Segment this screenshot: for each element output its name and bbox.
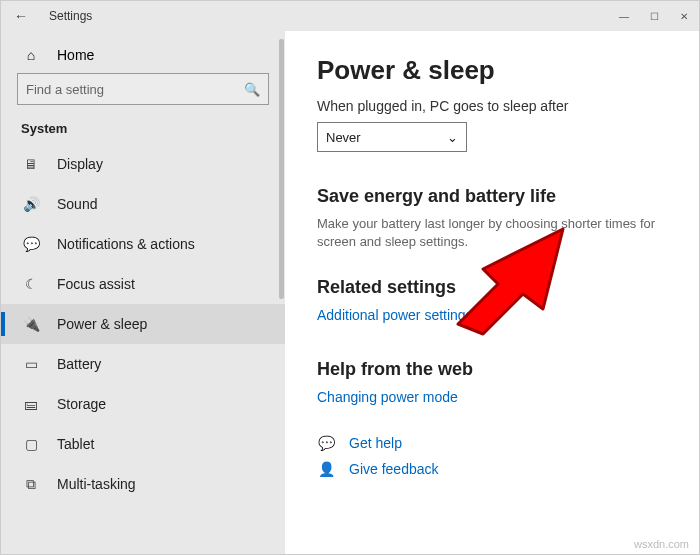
sidebar-item-icon: 💬 <box>21 236 41 252</box>
get-help-link[interactable]: 💬 Get help <box>317 435 671 451</box>
sidebar-item-icon: ☾ <box>21 276 41 292</box>
sleep-timeout-value: Never <box>326 130 361 145</box>
sidebar-item-battery[interactable]: ▭Battery <box>1 344 285 384</box>
sidebar-item-sound[interactable]: 🔊Sound <box>1 184 285 224</box>
give-feedback-label: Give feedback <box>335 461 439 477</box>
sidebar-item-icon: 🔊 <box>21 196 41 212</box>
sidebar-item-icon: ▢ <box>21 436 41 452</box>
sidebar-item-icon: ▭ <box>21 356 41 372</box>
sidebar-item-icon: 🖴 <box>21 396 41 412</box>
maximize-button[interactable]: ☐ <box>639 1 669 31</box>
sidebar-scroll-thumb[interactable] <box>279 39 284 299</box>
sidebar-item-focus-assist[interactable]: ☾Focus assist <box>1 264 285 304</box>
sidebar-item-label: Sound <box>41 196 97 212</box>
page-title: Power & sleep <box>317 55 671 86</box>
sidebar-item-multi-tasking[interactable]: ⧉Multi-tasking <box>1 464 285 504</box>
sidebar-item-label: Display <box>41 156 103 172</box>
search-input[interactable]: Find a setting 🔍 <box>17 73 269 105</box>
sidebar-item-storage[interactable]: 🖴Storage <box>1 384 285 424</box>
sidebar-item-label: Multi-tasking <box>41 476 136 492</box>
close-button[interactable]: ✕ <box>669 1 699 31</box>
plugged-in-label: When plugged in, PC goes to sleep after <box>317 98 671 114</box>
help-web-heading: Help from the web <box>317 359 671 380</box>
watermark: wsxdn.com <box>634 538 689 550</box>
sidebar-scrollbar[interactable] <box>277 31 285 554</box>
sidebar-item-icon: ⧉ <box>21 476 41 493</box>
content-pane: Power & sleep When plugged in, PC goes t… <box>285 31 699 554</box>
sidebar-item-power-sleep[interactable]: 🔌Power & sleep <box>1 304 285 344</box>
changing-power-mode-link[interactable]: Changing power mode <box>317 389 458 405</box>
get-help-label: Get help <box>335 435 402 451</box>
save-energy-heading: Save energy and battery life <box>317 186 671 207</box>
sidebar-group: System <box>1 117 285 144</box>
search-icon: 🔍 <box>244 82 260 97</box>
sidebar-item-icon: 🔌 <box>21 316 41 332</box>
sidebar-home[interactable]: ⌂ Home <box>1 43 285 73</box>
sidebar-item-label: Notifications & actions <box>41 236 195 252</box>
give-feedback-link[interactable]: 👤 Give feedback <box>317 461 671 477</box>
search-placeholder: Find a setting <box>26 82 104 97</box>
chevron-down-icon: ⌄ <box>447 130 458 145</box>
minimize-button[interactable]: — <box>609 1 639 31</box>
home-icon: ⌂ <box>21 47 41 63</box>
sleep-timeout-select[interactable]: Never ⌄ <box>317 122 467 152</box>
sidebar: ⌂ Home Find a setting 🔍 System 🖥Display🔊… <box>1 31 285 554</box>
additional-power-settings-link[interactable]: Additional power settings <box>317 307 473 323</box>
related-settings-heading: Related settings <box>317 277 671 298</box>
sidebar-item-tablet[interactable]: ▢Tablet <box>1 424 285 464</box>
chat-icon: 💬 <box>317 435 335 451</box>
sidebar-item-display[interactable]: 🖥Display <box>1 144 285 184</box>
sidebar-item-label: Tablet <box>41 436 94 452</box>
sidebar-item-notifications-actions[interactable]: 💬Notifications & actions <box>1 224 285 264</box>
sidebar-home-label: Home <box>41 47 94 63</box>
sidebar-item-label: Power & sleep <box>41 316 147 332</box>
sidebar-item-icon: 🖥 <box>21 156 41 172</box>
save-energy-desc: Make your battery last longer by choosin… <box>317 215 657 251</box>
sidebar-item-label: Storage <box>41 396 106 412</box>
window-title: Settings <box>35 9 92 23</box>
feedback-icon: 👤 <box>317 461 335 477</box>
sidebar-item-label: Focus assist <box>41 276 135 292</box>
sidebar-item-label: Battery <box>41 356 101 372</box>
back-button[interactable]: ← <box>7 8 35 24</box>
